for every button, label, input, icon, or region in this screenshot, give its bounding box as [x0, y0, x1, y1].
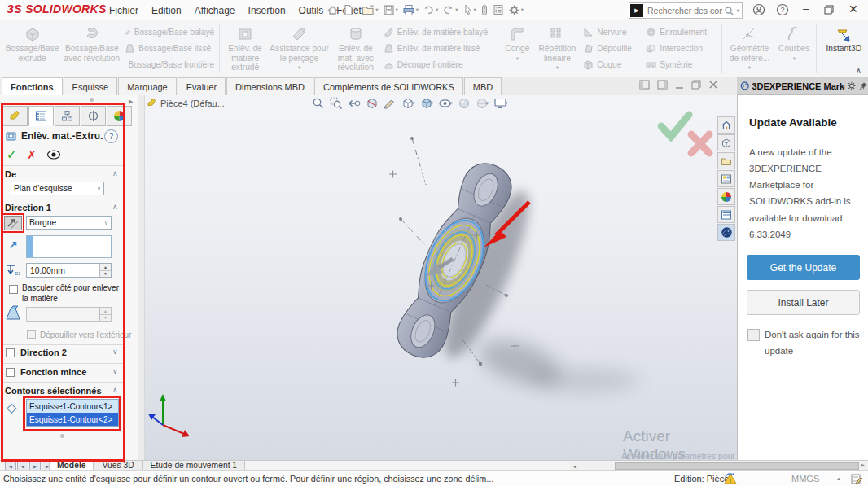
thin-feature-checkbox[interactable] — [6, 368, 15, 377]
panel-handle[interactable] — [90, 98, 94, 102]
taskpane-tab-home[interactable] — [717, 116, 735, 134]
redo-button[interactable]: ▾ — [441, 2, 459, 18]
help-button[interactable]: ? — [776, 3, 789, 16]
get-update-button[interactable]: Get the Update — [747, 255, 860, 280]
close-doc-icon[interactable] — [708, 80, 718, 90]
tab-dimxpertmanager[interactable] — [81, 106, 106, 126]
ribbon-swept-cut[interactable]: Enlèv. de matière balayé — [381, 24, 496, 40]
tab-complements[interactable]: Compléments de SOLIDWORKS — [314, 77, 463, 95]
expand-thin-feature-icon[interactable]: ∨ — [112, 367, 118, 375]
ribbon-wrap[interactable]: Enroulement — [643, 24, 718, 40]
ribbon-rib[interactable]: Nervure — [581, 24, 643, 40]
draft-angle-spinner[interactable]: ▲▼ — [26, 307, 112, 322]
menu-insertion[interactable]: Insertion — [242, 0, 292, 20]
zoom-area-icon[interactable] — [330, 97, 343, 110]
restore-doc-icon[interactable] — [691, 80, 701, 90]
tag-editor-icon[interactable] — [850, 472, 863, 485]
home-button[interactable] — [325, 2, 340, 18]
contour-item-2[interactable]: Esquisse1-Contour<2> — [27, 413, 118, 426]
ribbon-boundary-boss[interactable]: Bossage/Base frontière — [122, 57, 217, 72]
tab-configurationmanager[interactable] — [55, 106, 80, 126]
install-later-button[interactable]: Install Later — [747, 290, 860, 315]
pm-help-button[interactable]: ? — [104, 129, 118, 143]
units-caret-icon[interactable]: ▲ — [836, 476, 841, 481]
spin-down-icon[interactable]: ▼ — [100, 315, 111, 322]
ribbon-mirror[interactable]: Symétrie — [643, 57, 718, 72]
account-button[interactable] — [752, 3, 765, 16]
ribbon-revolved-cut[interactable]: Enlèv. de mat. avec révolution — [331, 22, 381, 77]
ribbon-swept-boss[interactable]: Bossage/Base balayé — [122, 24, 217, 40]
tab-dimensions-mbd[interactable]: Dimensions MBD — [226, 77, 313, 95]
ribbon-shell[interactable]: Coque — [581, 57, 643, 72]
edit-appearance-icon[interactable] — [458, 97, 471, 110]
graphics-viewport[interactable]: Pièce4 (Défau... ▾ ▾ ▾ ▾ ▾ Activer Windo… — [138, 95, 737, 460]
ribbon-lofted-boss[interactable]: Bossage/Base lissé — [122, 41, 217, 56]
ribbon-curves[interactable]: Courbes ▾ — [774, 22, 813, 77]
direction-reference-box[interactable] — [26, 235, 112, 258]
save-button[interactable]: ▾ — [381, 2, 400, 18]
tab-evaluer[interactable]: Evaluer — [178, 77, 226, 95]
contours-listbox[interactable]: Esquisse1-Contour<1> Esquisse1-Contour<2… — [26, 399, 119, 427]
ribbon-lofted-cut[interactable]: Enlèv. de matière lissé — [381, 41, 496, 56]
zoom-fit-icon[interactable] — [312, 97, 325, 110]
dock-pane-left-icon[interactable] — [639, 80, 650, 90]
viewport-canvas[interactable] — [138, 95, 737, 460]
collapse-direction1-icon[interactable]: ∧ — [112, 203, 118, 211]
view-settings-button[interactable]: ▾ — [493, 97, 508, 110]
draft-outward-checkbox[interactable] — [27, 330, 36, 339]
file-properties-button[interactable] — [491, 2, 506, 18]
ribbon-cut-extrude[interactable]: Enlèv. de matière extrudé — [222, 22, 268, 77]
taskpane-tab-marketplace[interactable] — [717, 224, 735, 241]
expand-direction2-icon[interactable]: ∨ — [112, 348, 118, 356]
section-view-icon[interactable] — [366, 97, 379, 110]
taskpane-gear-icon[interactable] — [847, 81, 856, 91]
hide-show-items-button[interactable]: ▾ — [438, 97, 453, 110]
search-icon[interactable] — [724, 6, 734, 16]
search-input[interactable] — [646, 5, 724, 16]
taskpane-tab-file-explorer[interactable] — [717, 170, 735, 187]
taskpane-tab-custom-properties[interactable] — [717, 206, 735, 223]
open-button[interactable]: ▾ — [360, 2, 379, 18]
tab-featuremanager[interactable] — [2, 106, 28, 126]
sketch-annotation-icon[interactable] — [384, 97, 397, 110]
depth-spinner[interactable]: 10.00mm ▲▼ — [26, 263, 112, 278]
scroll-left-icon[interactable]: ◀ — [570, 462, 580, 470]
ribbon-linear-pattern[interactable]: Répétition linéaire ▾ — [534, 22, 581, 77]
direction2-checkbox[interactable] — [6, 348, 15, 357]
dont-ask-checkbox[interactable] — [747, 329, 760, 341]
new-document-button[interactable]: ▾ — [341, 2, 359, 18]
reverse-direction-button[interactable] — [4, 216, 22, 230]
contour-item-1[interactable]: Esquisse1-Contour<1> — [27, 400, 118, 413]
previous-view-icon[interactable] — [348, 97, 361, 110]
end-condition-select[interactable]: Borgne∨ — [26, 216, 112, 230]
restore-window-button[interactable] — [824, 5, 834, 15]
search-scope-icon[interactable]: ▶ — [630, 4, 643, 17]
confirm-ok-icon[interactable] — [661, 115, 689, 137]
tab-propertymanager[interactable] — [28, 106, 54, 126]
confirm-cancel-icon[interactable] — [691, 134, 709, 153]
minimize-window-button[interactable]: – — [803, 2, 809, 15]
taskpane-tab-appearances[interactable] — [717, 188, 735, 205]
display-style-button[interactable]: ▾ — [420, 97, 434, 110]
taskpane-tab-3dexperience[interactable] — [717, 134, 735, 151]
close-window-button[interactable]: ✕ — [848, 2, 858, 15]
spin-down-icon[interactable]: ▼ — [100, 271, 111, 278]
spin-up-icon[interactable]: ▲ — [100, 264, 111, 271]
from-select[interactable]: Plan d'esquisse∨ — [11, 182, 104, 195]
collapse-ribbon-icon[interactable]: ∧ — [856, 66, 861, 75]
apply-scene-button[interactable]: ▾ — [476, 97, 489, 110]
minimize-doc-icon[interactable] — [675, 80, 684, 90]
document-breadcrumb[interactable]: Pièce4 (Défau... — [147, 98, 225, 108]
print-button[interactable]: ▾ — [401, 2, 420, 18]
ribbon-draft[interactable]: Dépouille — [581, 41, 643, 56]
panel-splitter[interactable] — [138, 95, 145, 460]
tab-displaymanager[interactable] — [107, 106, 132, 126]
options-button[interactable]: ▾ — [506, 2, 525, 18]
rebuild-warning-icon[interactable]: ! — [723, 472, 738, 485]
menu-edition[interactable]: Edition — [145, 0, 188, 20]
taskpane-pin-icon[interactable] — [859, 81, 868, 91]
horizontal-scrollbar[interactable]: ◀ ▶ — [570, 462, 868, 470]
draft-button[interactable] — [4, 305, 22, 322]
taskpane-tab-design-library[interactable] — [717, 152, 735, 169]
menu-fichier[interactable]: Fichier — [103, 0, 145, 20]
